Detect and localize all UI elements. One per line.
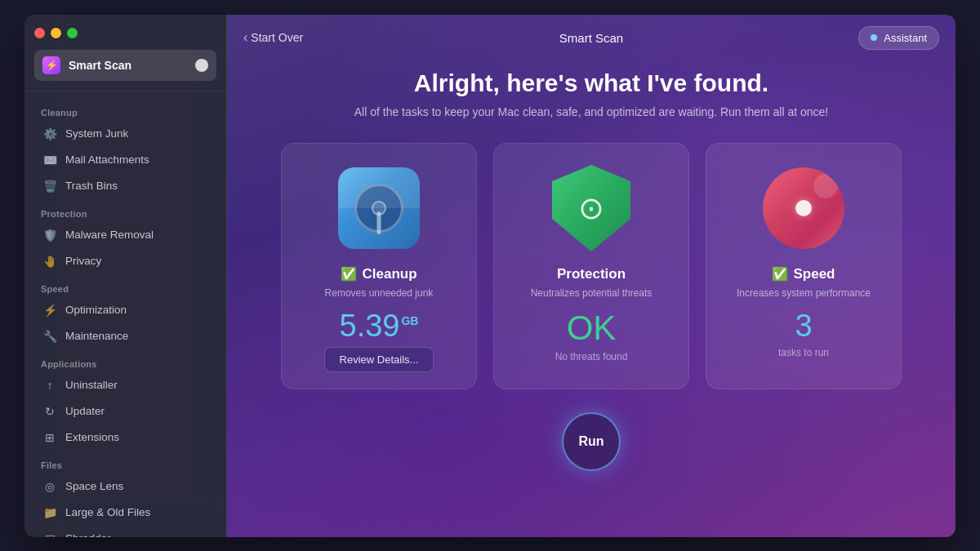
sidebar-item-label: Extensions [65, 431, 119, 443]
sidebar-item-space-lens[interactable]: ◎ Space Lens [34, 473, 216, 500]
cleanup-icon-wrapper [334, 163, 424, 253]
updater-icon: ↻ [42, 404, 57, 419]
back-label: Start Over [251, 31, 303, 44]
sidebar-item-label: System Junk [65, 127, 128, 140]
cleanup-unit: GB [401, 314, 418, 327]
topbar-title: Smart Scan [559, 31, 623, 45]
optimization-icon: ⚡ [42, 303, 57, 318]
back-button[interactable]: ‹ Start Over [243, 30, 303, 45]
speed-check-icon: ✅ [772, 266, 788, 282]
cleanup-subtitle: Removes unneeded junk [325, 287, 434, 299]
review-details-button[interactable]: Review Details... [324, 347, 434, 372]
disk-arm [377, 211, 381, 234]
sidebar-item-label: Large & Old Files [65, 506, 150, 518]
protection-title: Protection [557, 266, 626, 282]
maintenance-icon: 🔧 [42, 329, 57, 344]
app-window: ⚡ Smart Scan Cleanup ⚙️ System Junk ✉️ M… [24, 15, 956, 537]
assistant-button[interactable]: Assistant [858, 26, 939, 50]
sidebar-item-label: Privacy [65, 255, 101, 267]
maximize-button[interactable] [67, 28, 78, 38]
sidebar-item-extensions[interactable]: ⊞ Extensions [34, 424, 216, 451]
privacy-icon: 🤚 [42, 254, 57, 269]
speed-title: Speed [793, 266, 835, 282]
protection-value: OK [567, 309, 617, 348]
protection-icon-wrapper: ⊙ [546, 163, 636, 253]
speed-subtitle: Increases system performance [737, 287, 871, 299]
protection-detail: No threats found [555, 351, 628, 362]
run-button[interactable]: Run [562, 412, 621, 471]
section-label-speed: Speed [41, 284, 216, 294]
sidebar-item-label: Updater [65, 405, 105, 417]
sidebar-item-updater[interactable]: ↻ Updater [34, 398, 216, 424]
sidebar-item-system-junk[interactable]: ⚙️ System Junk [34, 121, 216, 147]
main-content: Alright, here's what I've found. All of … [227, 61, 956, 537]
sidebar-item-mail-attachments[interactable]: ✉️ Mail Attachments [34, 147, 216, 173]
smart-scan-label: Smart Scan [69, 59, 187, 72]
shredder-icon: ▤ [42, 531, 57, 537]
speed-value: 3 [795, 309, 812, 344]
gauge-center [795, 200, 812, 216]
cleanup-title-row: ✅ Cleanup [341, 266, 416, 282]
assistant-label: Assistant [884, 32, 927, 44]
system-junk-icon: ⚙️ [42, 127, 57, 141]
trash-bins-icon: 🗑️ [42, 179, 57, 193]
sidebar-item-label: Mail Attachments [65, 153, 149, 166]
sidebar-item-label: Trash Bins [65, 180, 118, 192]
large-old-files-icon: 📁 [42, 505, 57, 520]
assistant-dot-icon [871, 34, 877, 41]
malware-removal-icon: 🛡️ [42, 228, 57, 242]
speed-title-row: ✅ Speed [772, 266, 835, 282]
close-button[interactable] [34, 28, 45, 38]
speed-detail: tasks to run [778, 347, 829, 358]
sidebar-item-label: Malware Removal [65, 229, 154, 241]
speed-card: ✅ Speed Increases system performance 3 t… [706, 143, 902, 389]
mail-attachments-icon: ✉️ [42, 153, 57, 167]
hero-subtitle: All of the tasks to keep your Mac clean,… [354, 105, 829, 118]
traffic-lights [34, 28, 216, 38]
run-button-wrapper: Run [562, 412, 621, 471]
speed-gauge-icon [763, 167, 844, 249]
minimize-button[interactable] [51, 28, 61, 38]
space-lens-icon: ◎ [42, 479, 57, 494]
svg-text:⊙: ⊙ [578, 191, 604, 225]
section-label-protection: Protection [41, 209, 216, 219]
sidebar-item-large-old-files[interactable]: 📁 Large & Old Files [34, 500, 216, 526]
protection-subtitle: Neutralizes potential threats [531, 287, 653, 299]
sidebar-top: ⚡ Smart Scan [24, 15, 226, 91]
smart-scan-icon: ⚡ [42, 56, 60, 74]
cards-row: ✅ Cleanup Removes unneeded junk 5.39GB R… [260, 143, 923, 389]
sidebar-item-privacy[interactable]: 🤚 Privacy [34, 248, 216, 274]
sidebar-item-malware-removal[interactable]: 🛡️ Malware Removal [34, 222, 216, 248]
toggle-indicator [195, 59, 208, 72]
sidebar-sections: Cleanup ⚙️ System Junk ✉️ Mail Attachmen… [24, 91, 226, 537]
protection-card: ⊙ Protection Neutralizes potential threa… [493, 143, 689, 389]
topbar: ‹ Start Over Smart Scan Assistant [227, 15, 956, 61]
section-label-files: Files [41, 460, 216, 470]
sidebar-item-label: Uninstaller [65, 379, 118, 391]
cleanup-card: ✅ Cleanup Removes unneeded junk 5.39GB R… [281, 143, 477, 389]
section-label-cleanup: Cleanup [41, 108, 216, 118]
sidebar: ⚡ Smart Scan Cleanup ⚙️ System Junk ✉️ M… [24, 15, 227, 537]
speed-icon-wrapper [759, 163, 849, 253]
cleanup-disk-icon [338, 167, 420, 249]
uninstaller-icon: ↑ [42, 378, 57, 393]
sidebar-item-maintenance[interactable]: 🔧 Maintenance [34, 323, 216, 349]
sidebar-item-uninstaller[interactable]: ↑ Uninstaller [34, 372, 216, 398]
main-area: ‹ Start Over Smart Scan Assistant Alrigh… [227, 15, 956, 537]
hero-title: Alright, here's what I've found. [414, 69, 768, 97]
cleanup-value: 5.39GB [340, 309, 419, 344]
sidebar-item-smart-scan[interactable]: ⚡ Smart Scan [34, 50, 216, 81]
sidebar-item-label: Space Lens [65, 480, 123, 492]
back-chevron-icon: ‹ [243, 30, 247, 45]
sidebar-item-shredder[interactable]: ▤ Shredder [34, 526, 216, 537]
extensions-icon: ⊞ [42, 430, 57, 445]
cleanup-check-icon: ✅ [341, 266, 357, 282]
sidebar-item-label: Optimization [65, 304, 127, 316]
sidebar-item-trash-bins[interactable]: 🗑️ Trash Bins [34, 173, 216, 199]
sidebar-item-optimization[interactable]: ⚡ Optimization [34, 297, 216, 323]
cleanup-title: Cleanup [362, 266, 416, 282]
protection-title-row: Protection [557, 266, 626, 282]
section-label-applications: Applications [41, 359, 216, 369]
sidebar-item-label: Maintenance [65, 330, 128, 342]
protection-shield-icon: ⊙ [550, 163, 632, 253]
